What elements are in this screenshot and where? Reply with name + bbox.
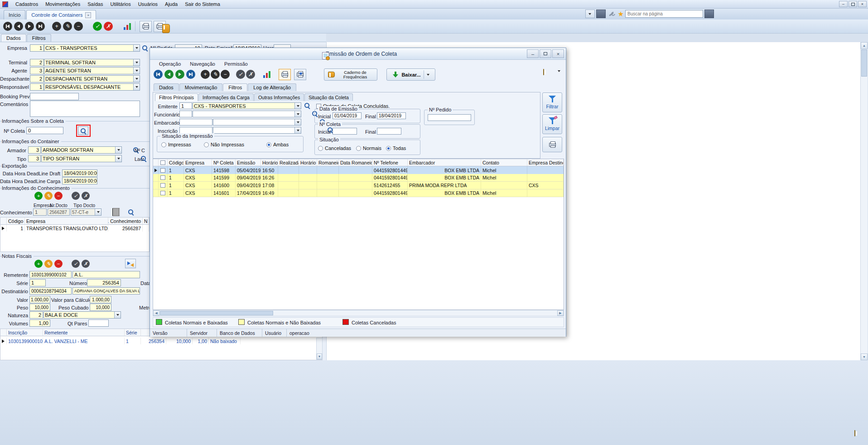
- tools-wrench-icon[interactable]: [607, 10, 617, 18]
- dialog-tab-movimentacao[interactable]: Movimentação: [179, 83, 223, 91]
- empresa-combo[interactable]: CXS - TRANSPORTES: [44, 44, 140, 52]
- agente-dropdown-icon[interactable]: [133, 68, 140, 74]
- caderno-frequencias-button[interactable]: Caderno de Frequências: [324, 68, 377, 81]
- radio-nao-impressas[interactable]: Não Impressas: [204, 142, 244, 147]
- limpar-button[interactable]: Limpar: [542, 114, 562, 134]
- conhecimento-confirm-button[interactable]: ✓: [72, 192, 80, 200]
- filtrar-button[interactable]: Filtrar: [542, 92, 562, 112]
- empresa-lookup-icon[interactable]: [142, 45, 148, 51]
- dialog-close-button[interactable]: ×: [552, 49, 564, 58]
- embarcador-code-input[interactable]: [179, 119, 212, 126]
- col-romaneio[interactable]: Romaneio: [317, 159, 339, 166]
- tipo-code-input[interactable]: 3: [28, 155, 41, 162]
- funcionario-combo[interactable]: [193, 111, 301, 117]
- subtab-filtros-principais[interactable]: Filtros Principais: [155, 93, 198, 101]
- funcionario-dropdown-icon[interactable]: [294, 111, 301, 117]
- peso-input[interactable]: 10,000: [29, 304, 50, 311]
- destinatario-name-input[interactable]: ADRIANA GONÇALVES DA SILVA LOPES: [72, 287, 140, 295]
- col-codigo[interactable]: Código: [168, 159, 184, 166]
- menu-cadastros[interactable]: Cadastros: [12, 0, 42, 8]
- previous-record-button[interactable]: [14, 22, 23, 31]
- scroll-right-icon[interactable]: ▶: [557, 310, 564, 316]
- peso-cubado-input[interactable]: 10,000: [90, 304, 111, 311]
- row-checkbox[interactable]: [159, 174, 168, 181]
- conhec-lookup-icon[interactable]: [128, 209, 134, 215]
- barcode-icon[interactable]: [112, 208, 120, 216]
- delete-button[interactable]: −: [74, 22, 83, 31]
- comentarios-textarea[interactable]: [30, 101, 140, 117]
- dialog-minimize-button[interactable]: –: [527, 49, 539, 58]
- edit-button[interactable]: ✎: [63, 22, 72, 31]
- nf-confirm-button[interactable]: ✓: [72, 260, 80, 268]
- col-data-romaneio[interactable]: Data Romaneio: [339, 159, 372, 166]
- dialog-first-record-button[interactable]: [154, 70, 163, 79]
- numero-input[interactable]: 256354: [87, 279, 121, 286]
- coleta-final-input[interactable]: [377, 128, 401, 135]
- row-checkbox[interactable]: [159, 166, 168, 174]
- npedido-input[interactable]: [428, 114, 471, 121]
- close-button[interactable]: ×: [858, 1, 867, 7]
- menu-utilitarios[interactable]: Utilitários: [106, 0, 134, 8]
- nf-delete-button[interactable]: −: [54, 260, 63, 268]
- chart-icon[interactable]: [124, 23, 131, 30]
- subtab-outras-informacoes[interactable]: Outras Informações: [254, 93, 304, 101]
- radio-ambas[interactable]: Ambas: [266, 142, 289, 147]
- terminal-combo[interactable]: TERMINAL SOFTRAN: [44, 59, 140, 66]
- scroll-left-icon[interactable]: ◀: [153, 310, 159, 316]
- tab-filtros[interactable]: Filtros: [27, 34, 51, 42]
- grid-row-2[interactable]: 1 CXS 141599 09/04/2019 16:26 0441592801…: [153, 174, 564, 182]
- close-tab-icon[interactable]: ×: [85, 12, 91, 18]
- confirm-button[interactable]: ✓: [93, 22, 102, 31]
- col-empresa-destino[interactable]: Empresa Destino: [527, 159, 564, 166]
- row-checkbox[interactable]: [159, 182, 168, 189]
- scroll-thumb[interactable]: [861, 49, 867, 77]
- last-record-button[interactable]: [36, 22, 45, 31]
- booking-input[interactable]: [30, 93, 79, 100]
- dialog-chart-icon[interactable]: [263, 71, 270, 78]
- scroll-down-icon[interactable]: ▼: [317, 353, 322, 359]
- search-input[interactable]: [625, 10, 703, 18]
- favorites-star-icon[interactable]: ★: [618, 10, 624, 18]
- add-button[interactable]: +: [52, 22, 61, 31]
- next-record-button[interactable]: [25, 22, 34, 31]
- nf-transfer-button[interactable]: [125, 259, 136, 268]
- conhecimento-cancel-button[interactable]: ✗: [82, 192, 90, 200]
- menu-movimentacoes[interactable]: Movimentações: [42, 0, 84, 8]
- conhecimento-row[interactable]: 1 TRANSPORTES TRANSLOVATO LTDA 2566287: [0, 225, 149, 232]
- maximize-button[interactable]: [849, 1, 857, 7]
- col-contato[interactable]: Contato: [481, 159, 527, 166]
- baixar-button[interactable]: Baixar...: [386, 68, 435, 81]
- col-embarcador[interactable]: Embarcador: [408, 159, 481, 166]
- nf-edit-button[interactable]: ✎: [44, 260, 53, 268]
- radio-impressas[interactable]: Impressas: [161, 142, 191, 147]
- dialog-cancel-button[interactable]: ✗: [246, 70, 255, 79]
- emitente-combo[interactable]: CXS - TRANSPORTES: [193, 102, 301, 109]
- dialog-menu-navegacao[interactable]: Navegação: [186, 60, 219, 68]
- empresa-dropdown-icon[interactable]: [133, 45, 140, 51]
- first-record-button[interactable]: [3, 22, 12, 31]
- subtab-informacoes-carga[interactable]: Informações da Carga: [198, 93, 254, 101]
- conhecimento-edit-button[interactable]: ✎: [44, 192, 53, 200]
- dialog-tab-filtros[interactable]: Filtros: [223, 83, 247, 91]
- armador-dropdown-icon[interactable]: [115, 147, 121, 153]
- natureza-code-input[interactable]: 2: [29, 311, 43, 319]
- inscricao-combo[interactable]: [213, 127, 301, 134]
- dialog-titlebar[interactable]: Emissão de Ordem de Coleta – ×: [150, 48, 566, 60]
- valor-calc-input[interactable]: 1.000,00: [90, 296, 111, 303]
- terminal-dropdown-icon[interactable]: [133, 59, 140, 66]
- dropdown-chevron-icon[interactable]: [585, 10, 595, 18]
- inscricao-code-input[interactable]: [179, 127, 212, 134]
- armador-combo[interactable]: ARMADOR SOFTRAN: [41, 146, 122, 154]
- dialog-previous-record-button[interactable]: [164, 70, 174, 79]
- menu-saidas[interactable]: Saídas: [84, 0, 106, 8]
- minimize-button[interactable]: –: [839, 1, 848, 7]
- subtab-situacao-coleta[interactable]: Situação da Coleta: [304, 93, 353, 101]
- ncoleta-input[interactable]: 0: [26, 127, 63, 134]
- embarcador-combo[interactable]: [213, 119, 301, 126]
- tipo-combo[interactable]: TIPO SOFTRAN: [41, 155, 122, 162]
- natureza-combo[interactable]: BALA E DOCE: [43, 311, 121, 319]
- terminal-code-input[interactable]: 2: [30, 59, 44, 66]
- empresa-code-input[interactable]: 1: [30, 44, 44, 52]
- emissao-final-input[interactable]: 18/04/2019: [377, 112, 406, 119]
- col-horario2[interactable]: Horário: [299, 159, 317, 166]
